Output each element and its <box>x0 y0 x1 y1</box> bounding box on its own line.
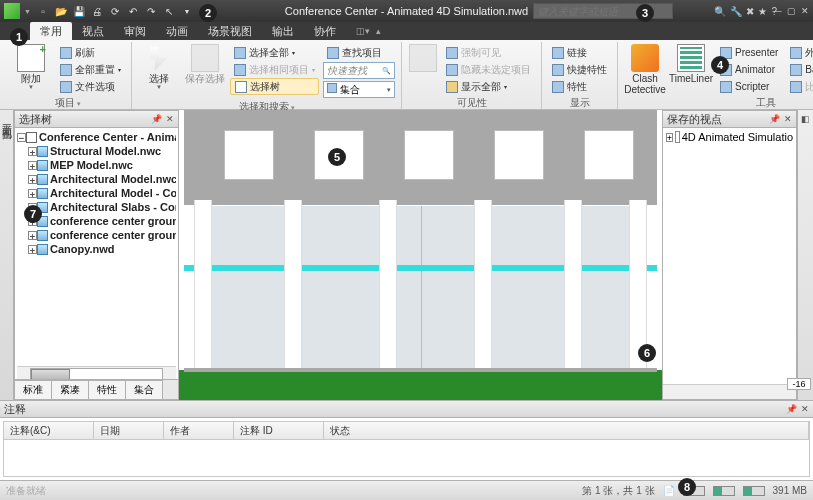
ribbon-group-tools: Clash Detective TimeLiner Presenter Anim… <box>618 42 813 109</box>
vp-scrollbar[interactable] <box>663 384 796 399</box>
comments-close-icon[interactable]: ✕ <box>801 404 809 414</box>
tree-scrollbar[interactable] <box>17 366 176 379</box>
key-icon[interactable]: 🔧 <box>730 6 742 17</box>
scripter-button[interactable]: Scripter <box>716 78 782 95</box>
col-date[interactable]: 日期 <box>94 422 164 439</box>
compare-button[interactable]: 比较 <box>786 78 813 95</box>
refresh-button[interactable]: 刷新 <box>56 44 125 61</box>
ribbon-extra-icon[interactable]: ◫▾ <box>356 26 370 36</box>
fileopts-icon <box>60 81 72 93</box>
save-selection-button[interactable]: 保存选择 <box>184 44 226 84</box>
qat-refresh-icon[interactable]: ⟳ <box>107 3 123 19</box>
search-go-icon[interactable]: 🔍 <box>714 6 726 17</box>
progress-bar-3 <box>743 486 765 496</box>
vp-pin-icon[interactable]: 📌 <box>769 114 780 124</box>
qat-new-icon[interactable]: ▫ <box>35 3 51 19</box>
tab-output[interactable]: 输出 <box>262 22 304 41</box>
clash-detective-button[interactable]: Clash Detective <box>624 44 666 95</box>
ribbon-pin-icon[interactable]: ▴ <box>376 26 381 36</box>
zoom-value[interactable]: -16 <box>787 378 811 390</box>
animation-icon <box>675 131 680 143</box>
tree-tab-sets[interactable]: 集合 <box>126 380 163 399</box>
file-options-button[interactable]: 文件选项 <box>56 78 125 95</box>
app-icon[interactable] <box>4 3 20 19</box>
tree-node[interactable]: −Conference Center - Animate <box>17 130 176 144</box>
list-item[interactable]: + 4D Animated Simulatio <box>666 131 793 143</box>
show-all-button[interactable]: 显示全部 ▾ <box>442 78 535 95</box>
links-icon <box>552 47 564 59</box>
select-button[interactable]: 选择 ▼ <box>138 44 180 90</box>
selection-tree[interactable]: −Conference Center - Animate+Structural … <box>15 128 178 379</box>
scripter-icon <box>720 81 732 93</box>
close-button[interactable]: ✕ <box>799 6 811 16</box>
append-button[interactable]: 附加 ▼ <box>10 44 52 90</box>
props-icon <box>552 81 564 93</box>
tree-node[interactable]: +Canopy.nwd <box>17 242 176 256</box>
tree-pin-icon[interactable]: 📌 <box>151 114 162 124</box>
comments-pin-icon[interactable]: 📌 <box>786 404 797 414</box>
qat-save-icon[interactable]: 💾 <box>71 3 87 19</box>
appearance-button[interactable]: 外观配置器 <box>786 44 813 61</box>
tree-node[interactable]: +Architectural Model - Colu <box>17 186 176 200</box>
tree-node[interactable]: +MEP Model.nwc <box>17 158 176 172</box>
sets-combo[interactable]: 集合▾ <box>323 81 395 98</box>
3d-viewport[interactable] <box>179 110 662 400</box>
select-all-button[interactable]: 选择全部 ▾ <box>230 44 319 61</box>
quickfind-combo[interactable]: 快速查找🔍 <box>323 62 395 79</box>
exchange-icon[interactable]: ✖ <box>746 6 754 17</box>
vp-close-icon[interactable]: ✕ <box>784 114 792 124</box>
tree-node[interactable]: +Architectural Model.nwc <box>17 172 176 186</box>
qat-select-icon[interactable]: ↖ <box>161 3 177 19</box>
compare-icon <box>790 81 802 93</box>
col-comment[interactable]: 注释(&C) <box>4 422 94 439</box>
tab-collab[interactable]: 协作 <box>304 22 346 41</box>
star-icon[interactable]: ★ <box>758 6 767 17</box>
properties-button[interactable]: 特性 <box>548 78 611 95</box>
comments-grid[interactable]: 注释(&C) 日期 作者 注释 ID 状态 <box>3 421 810 477</box>
qat-print-icon[interactable]: 🖨 <box>89 3 105 19</box>
appearance-icon <box>790 47 802 59</box>
callout-badge: 7 <box>24 205 42 223</box>
tab-viewpoint[interactable]: 视点 <box>72 22 114 41</box>
callout-badge: 6 <box>638 344 656 362</box>
select-tree-button[interactable]: 选择树 <box>230 78 319 95</box>
tree-node[interactable]: +Structural Model.nwc <box>17 144 176 158</box>
qat-redo-icon[interactable]: ↷ <box>143 3 159 19</box>
force-visible-button[interactable]: 强制可见 <box>442 44 535 61</box>
minimize-button[interactable]: — <box>771 6 783 16</box>
tree-tab-standard[interactable]: 标准 <box>15 380 52 399</box>
find-items-button[interactable]: 查找项目 <box>323 44 395 61</box>
selall-icon <box>234 47 246 59</box>
hide-button[interactable] <box>408 44 438 73</box>
batch-utility-button[interactable]: Batch Utility <box>786 61 813 78</box>
showall-icon <box>446 81 458 93</box>
callout-badge: 3 <box>636 4 654 22</box>
select-same-button[interactable]: 选择相同项目 ▾ <box>230 61 319 78</box>
col-author[interactable]: 作者 <box>164 422 234 439</box>
timeliner-button[interactable]: TimeLiner <box>670 44 712 84</box>
reset-icon <box>60 64 72 76</box>
col-id[interactable]: 注释 ID <box>234 422 324 439</box>
qat-more-icon[interactable]: ▼ <box>179 3 195 19</box>
links-button[interactable]: 链接 <box>548 44 611 61</box>
col-status[interactable]: 状态 <box>324 422 809 439</box>
qat-open-icon[interactable]: 📂 <box>53 3 69 19</box>
saved-viewpoints-list[interactable]: + 4D Animated Simulatio <box>663 128 796 384</box>
tab-review[interactable]: 审阅 <box>114 22 156 41</box>
tab-home[interactable]: 常用 <box>30 22 72 41</box>
sheet-nav-icon[interactable]: 📄 <box>663 485 675 496</box>
tree-close-icon[interactable]: ✕ <box>166 114 174 124</box>
nav-tool-icon[interactable]: ◧ <box>801 114 810 124</box>
tree-tab-compact[interactable]: 紧凑 <box>52 380 89 399</box>
tree-tab-props[interactable]: 特性 <box>89 380 126 399</box>
hide-unselected-button[interactable]: 隐藏未选定项目 <box>442 61 535 78</box>
tab-sceneview[interactable]: 场景视图 <box>198 22 262 41</box>
tab-animation[interactable]: 动画 <box>156 22 198 41</box>
reset-all-button[interactable]: 全部重置 ▾ <box>56 61 125 78</box>
maximize-button[interactable]: ▢ <box>785 6 797 16</box>
selection-tree-panel: 选择树 📌 ✕ −Conference Center - Animate+Str… <box>14 110 179 400</box>
quick-props-button[interactable]: 快捷特性 <box>548 61 611 78</box>
sidebar-label-plan[interactable]: 平面视图 <box>0 110 14 400</box>
qat-undo-icon[interactable]: ↶ <box>125 3 141 19</box>
tree-node[interactable]: +conference center ground. <box>17 228 176 242</box>
